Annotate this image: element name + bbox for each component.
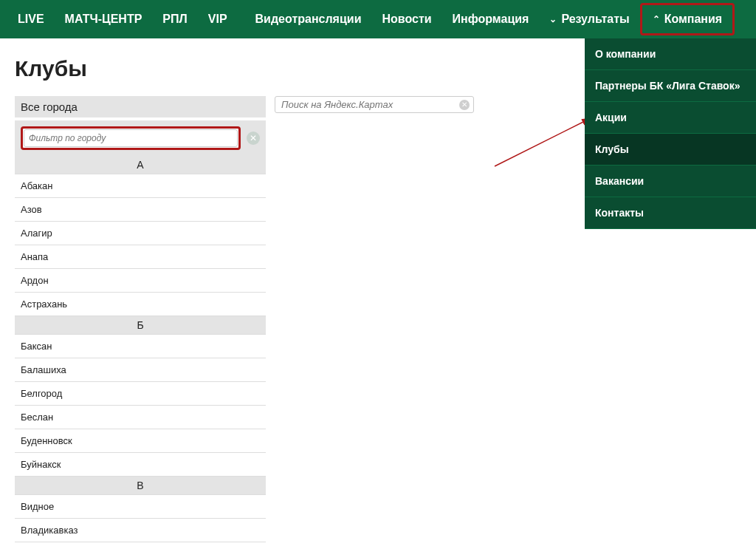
city-item[interactable]: Астрахань — [15, 293, 266, 316]
dropdown-partners[interactable]: Партнеры БК «Лига Ставок» — [585, 70, 756, 102]
city-filter-row: ✕ — [15, 120, 266, 156]
chevron-down-icon: ⌄ — [549, 14, 557, 24]
city-item[interactable]: Буденновск — [15, 429, 266, 453]
map-search-input[interactable] — [275, 96, 474, 113]
nav-vip[interactable]: VIP — [198, 0, 238, 38]
dropdown-contacts[interactable]: Контакты — [585, 197, 756, 229]
city-filter-highlight — [21, 126, 241, 150]
nav-rpl[interactable]: РПЛ — [152, 0, 197, 38]
city-item[interactable]: Белгород — [15, 382, 266, 406]
map-clear-icon[interactable]: ✕ — [459, 100, 470, 110]
nav-results[interactable]: ⌄ Результаты — [539, 0, 639, 38]
nav-company[interactable]: ⌃ Компания — [640, 3, 735, 35]
nav-live[interactable]: LIVE — [7, 0, 55, 38]
letter-header: В — [15, 477, 266, 495]
company-dropdown: О компании Партнеры БК «Лига Ставок» Акц… — [585, 38, 756, 229]
city-item[interactable]: Владикавказ — [15, 519, 266, 542]
dropdown-clubs[interactable]: Клубы — [585, 134, 756, 166]
clear-filter-icon[interactable]: ✕ — [247, 132, 260, 145]
city-item[interactable]: Беслан — [15, 406, 266, 429]
city-panel: Все города ✕ ААбаканАзовАлагирАнапаАрдон… — [15, 96, 266, 549]
city-item[interactable]: Баксан — [15, 335, 266, 358]
city-item[interactable]: Владимир — [15, 542, 266, 549]
letter-header: А — [15, 156, 266, 174]
city-item[interactable]: Абакан — [15, 174, 266, 198]
nav-info[interactable]: Информация — [442, 0, 540, 38]
all-cities-header[interactable]: Все города — [15, 96, 266, 117]
city-item[interactable]: Балашиха — [15, 358, 266, 382]
letter-header: Б — [15, 316, 266, 335]
city-item[interactable]: Алагир — [15, 222, 266, 245]
city-item[interactable]: Азов — [15, 198, 266, 222]
dropdown-promos[interactable]: Акции — [585, 102, 756, 134]
nav-video[interactable]: Видеотрансляции — [245, 0, 372, 38]
city-filter-input[interactable] — [24, 129, 238, 147]
nav-match-center[interactable]: МАТЧ-ЦЕНТР — [55, 0, 153, 38]
city-item[interactable]: Анапа — [15, 245, 266, 269]
city-item[interactable]: Видное — [15, 495, 266, 519]
dropdown-about[interactable]: О компании — [585, 38, 756, 70]
city-item[interactable]: Ардон — [15, 269, 266, 293]
top-navigation: LIVE МАТЧ-ЦЕНТР РПЛ VIP Видеотрансляции … — [0, 0, 756, 38]
nav-news[interactable]: Новости — [371, 0, 441, 38]
chevron-up-icon: ⌃ — [653, 14, 660, 24]
city-item[interactable]: Буйнакск — [15, 453, 266, 477]
dropdown-jobs[interactable]: Вакансии — [585, 166, 756, 197]
